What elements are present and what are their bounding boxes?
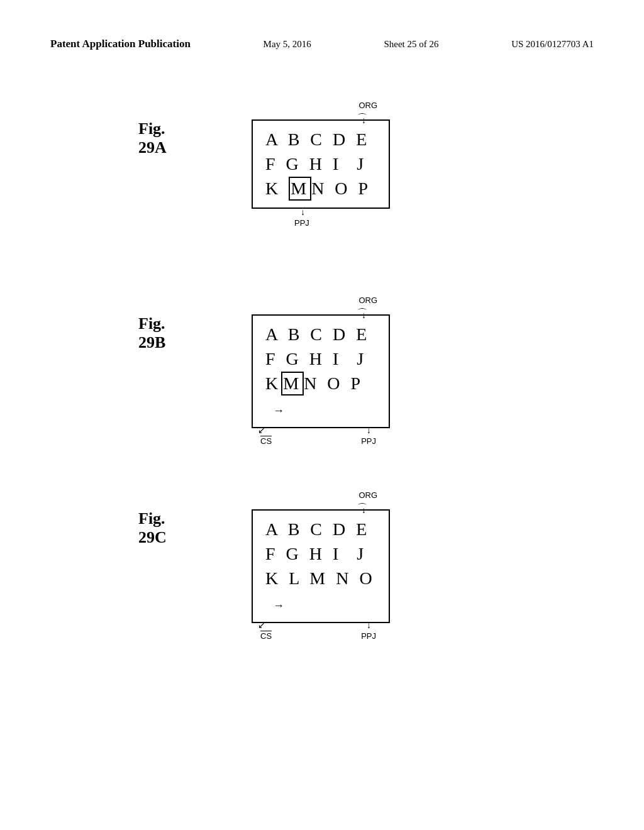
fig29a-org-label: ORG: [358, 101, 377, 110]
fig29b-cs-left-arrow: ↙: [258, 425, 265, 436]
fig29c-org-label: ORG: [358, 490, 377, 500]
fig29b-cs-label: CS: [260, 436, 272, 446]
fig29b-ppj-label: PPJ: [361, 436, 376, 446]
fig29c-cs-label: CS: [260, 631, 272, 641]
fig29a-row3: K MN O P: [265, 176, 376, 201]
fig29a-org-arrow2: ↓: [362, 116, 366, 126]
fig29b-box: A B C D E F G H I J KMN O P →: [252, 314, 390, 428]
fig29b-m-highlight: M: [281, 372, 304, 396]
fig29c-cs-left-arrow: ↙: [258, 620, 265, 631]
fig29a-diagram: ORG ⌒ ↓ A B C D E F G H I J K MN O P ↓ P…: [252, 119, 390, 209]
fig29c-row1: A B C D E: [265, 517, 376, 541]
fig29c-label: Fig. 29C: [138, 509, 167, 547]
main-content: Fig. 29A ORG ⌒ ↓ A B C D E F G H I J K M…: [0, 101, 644, 830]
fig29b-org-label: ORG: [358, 296, 377, 305]
patent-number: US 2016/0127703 A1: [511, 39, 594, 50]
fig29a-ppj-arrow: ↓: [301, 208, 305, 218]
fig29c-arrow-right: →: [273, 599, 287, 612]
fig29c-ppj-arrow: ↓: [367, 621, 371, 631]
fig29a-row2: F G H I J: [265, 152, 376, 176]
fig29b-row2: F G H I J: [265, 346, 376, 371]
fig29b-diagram: ORG ⌒ ↓ A B C D E F G H I J KMN O P → ↙ …: [252, 314, 390, 428]
fig29b-row1: A B C D E: [265, 322, 376, 346]
fig29a-row1: A B C D E: [265, 127, 376, 152]
fig29a-ppj-label: PPJ: [294, 218, 309, 228]
publication-date: May 5, 2016: [264, 39, 311, 50]
page-header: Patent Application Publication May 5, 20…: [0, 38, 644, 50]
fig29b-label: Fig. 29B: [138, 314, 165, 352]
fig29a-m-highlight: M: [289, 177, 311, 201]
fig29b-arrow-right: →: [273, 404, 287, 417]
fig29c-ppj-label: PPJ: [361, 631, 376, 641]
fig29b-row3: KMN O P →: [265, 371, 376, 420]
fig29c-diagram: ORG ⌒ ↓ A B C D E F G H I J K L M N O → …: [252, 509, 390, 623]
fig29c-box: A B C D E F G H I J K L M N O →: [252, 509, 390, 623]
fig29c-row2: F G H I J: [265, 541, 376, 566]
fig29a-box: A B C D E F G H I J K MN O P: [252, 119, 390, 209]
publication-title: Patent Application Publication: [50, 38, 191, 50]
fig29c-org-arrow2: ↓: [362, 506, 366, 516]
fig29a-label: Fig. 29A: [138, 119, 167, 157]
fig29b-org-arrow2: ↓: [362, 311, 366, 321]
fig29c-row3: K L M N O →: [265, 566, 376, 615]
sheet-info: Sheet 25 of 26: [384, 39, 438, 50]
fig29b-ppj-arrow: ↓: [367, 426, 371, 436]
